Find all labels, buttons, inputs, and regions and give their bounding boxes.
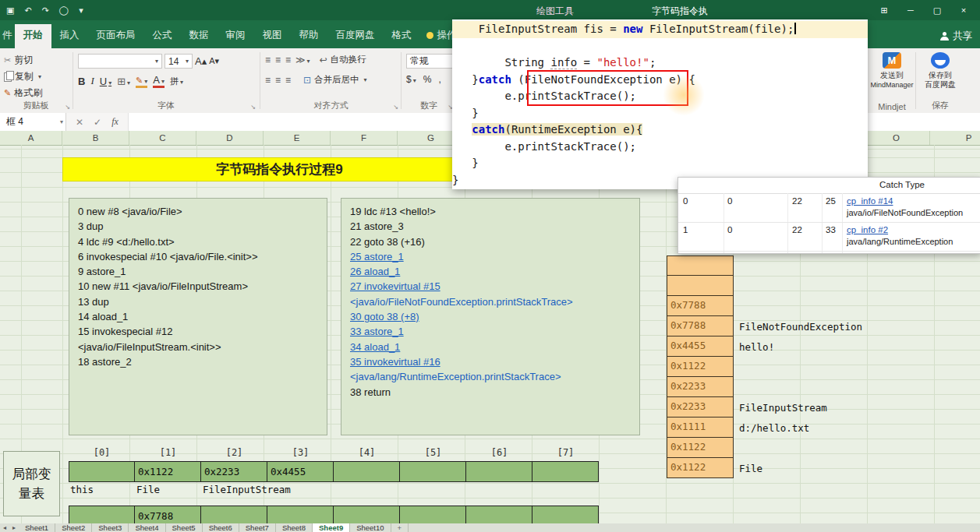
stack-cell: 0x7788 (667, 296, 734, 316)
sheet-tab-Sheet3[interactable]: Sheet3 (92, 523, 129, 532)
format-painter-button[interactable]: 格式刷 (4, 86, 72, 100)
sheet-tab-Sheet1[interactable]: Sheet1 (19, 523, 55, 532)
select-icon[interactable]: ◯ (59, 5, 69, 16)
redo-icon[interactable]: ↷ (42, 5, 49, 16)
percent-button[interactable]: % (423, 74, 432, 85)
column-header-B[interactable]: B (62, 131, 129, 145)
align-left-button[interactable]: ≡ (265, 75, 271, 86)
close-icon[interactable]: × (950, 5, 977, 15)
align-center-button[interactable]: ≡ (275, 75, 281, 86)
column-header-E[interactable]: E (264, 131, 331, 145)
alignment-dialog-launcher[interactable]: ↘ (393, 104, 398, 111)
ribbon-tab-页面布局[interactable]: 页面布局 (88, 24, 144, 48)
comma-button[interactable]: , (438, 74, 440, 85)
code-line: e.printStackTrace(); (452, 139, 868, 156)
number-group-label: 数字 (403, 100, 455, 111)
font-size-combo[interactable]: 14 (165, 54, 193, 69)
underline-button[interactable]: U (100, 76, 111, 87)
cut-button[interactable]: 剪切 (4, 54, 72, 67)
restore-icon[interactable]: ▢ (924, 5, 950, 16)
ribbon-tab-帮助[interactable]: 帮助 (291, 24, 327, 48)
shrink-font-button[interactable]: A▾ (209, 56, 219, 66)
copy-button[interactable]: 复制 (4, 70, 72, 83)
ribbon-tab-格式[interactable]: 格式 (384, 24, 420, 48)
grow-font-button[interactable]: A▴ (195, 55, 207, 67)
column-header-F[interactable]: F (331, 131, 398, 145)
ribbon-tab-公式[interactable]: 公式 (144, 24, 181, 48)
orientation-button[interactable]: ≫ (295, 55, 310, 65)
fill-color-button[interactable] (136, 74, 147, 88)
insert-function-button[interactable]: fx (111, 116, 119, 128)
ribbon-tab-审阅[interactable]: 审阅 (218, 24, 254, 48)
bytecode-line: 3 dup (78, 219, 318, 234)
bold-button[interactable]: B (78, 76, 85, 87)
column-header-P[interactable]: P (930, 131, 980, 145)
currency-button[interactable]: $ (406, 74, 416, 85)
stack-row: 0x7788FileNotFoundException (667, 316, 862, 336)
stack-row (667, 276, 862, 296)
clipboard-dialog-launcher[interactable]: ↘ (65, 104, 70, 111)
save-to-baidu-button[interactable]: 保存到 百度网盘 (917, 50, 964, 90)
customize-icon[interactable]: ▾ (79, 5, 83, 16)
merge-center-button[interactable]: 合并后居中 (303, 74, 367, 86)
borders-button[interactable] (117, 76, 130, 87)
column-header-O[interactable]: O (863, 131, 930, 145)
send-to-mindmanager-button[interactable]: M 发送到 MindManager (870, 50, 914, 90)
local-var-cell (334, 461, 400, 482)
share-button[interactable]: 共享 (940, 30, 972, 43)
sheet-tab-Sheet5[interactable]: Sheet5 (166, 523, 203, 532)
bytecode-line: 19 ldc #13 <hello!> (350, 204, 631, 219)
sheet-tab-Sheet2[interactable]: Sheet2 (55, 523, 92, 532)
ribbon-tab-视图[interactable]: 视图 (254, 24, 291, 48)
namebox-dropdown-icon[interactable]: ▾ (60, 118, 63, 125)
add-sheet-button[interactable]: + (391, 523, 409, 532)
phonetic-button[interactable]: 拼 (170, 76, 183, 87)
stack-cell (667, 276, 734, 296)
cp-info-link[interactable]: cp_info #14 (847, 196, 893, 206)
copy-icon (4, 72, 12, 82)
font-name-combo[interactable] (78, 54, 162, 69)
grid-icon[interactable]: ⊞ (871, 5, 897, 16)
ribbon-tab-插入[interactable]: 插入 (51, 24, 88, 48)
italic-button[interactable]: I (90, 75, 94, 87)
bytecode-line: <java/io/FileNotFoundException.printStac… (350, 294, 631, 309)
tab-file-partial[interactable]: 件 (0, 24, 15, 48)
font-color-button[interactable]: A (153, 74, 165, 88)
name-box[interactable]: 框 4▾ (0, 113, 66, 131)
align-middle-button[interactable]: ≡ (275, 55, 281, 65)
sheet-tab-Sheet7[interactable]: Sheet7 (239, 523, 276, 532)
align-top-button[interactable]: ≡ (265, 55, 271, 65)
ribbon-tab-数据[interactable]: 数据 (181, 24, 218, 48)
local-var-cell (466, 461, 532, 482)
cp-info-link[interactable]: cp_info #2 (847, 225, 888, 234)
sheet-scroll-right-icon[interactable]: ▸ (9, 523, 19, 532)
align-bottom-button[interactable]: ≡ (285, 55, 291, 65)
stack-cell: 0x4455 (667, 336, 734, 357)
ribbon-tab-百度网盘[interactable]: 百度网盘 (327, 24, 384, 48)
local-var-index: [4] (334, 447, 400, 458)
cancel-icon[interactable]: ✕ (76, 117, 83, 128)
sheet-tab-Sheet9[interactable]: Sheet9 (313, 523, 350, 532)
catch-type-header: Catch Type (879, 180, 925, 189)
sheet-tab-Sheet8[interactable]: Sheet8 (276, 523, 313, 532)
enter-icon[interactable]: ✓ (94, 117, 101, 128)
column-header-C[interactable]: C (129, 131, 196, 145)
ribbon-tab-开始[interactable]: 开始 (15, 24, 51, 48)
local-var-indices: [0][1][2][3][4][5][6][7] (69, 447, 599, 458)
sheet-scroll-left-icon[interactable]: ◂ (0, 523, 9, 532)
wrap-text-button[interactable]: ↩自动换行 (320, 54, 366, 65)
save-icon[interactable]: ▣ (6, 5, 14, 16)
minimize-icon[interactable]: ─ (897, 5, 924, 15)
local-var-type (532, 484, 599, 495)
align-right-button[interactable]: ≡ (285, 75, 291, 86)
sheet-tab-Sheet6[interactable]: Sheet6 (203, 523, 239, 532)
nr-cell: 1 (683, 225, 688, 234)
undo-icon[interactable]: ↶ (24, 5, 31, 16)
column-header-D[interactable]: D (196, 131, 264, 145)
column-header-A[interactable]: A (0, 131, 62, 145)
sheet-tab-Sheet10[interactable]: Sheet10 (350, 523, 391, 532)
local-var-cell (400, 461, 466, 482)
sheet-tab-Sheet4[interactable]: Sheet4 (129, 523, 165, 532)
font-dialog-launcher[interactable]: ↘ (250, 104, 256, 111)
bytecode-line: 30 goto 38 (+8) (350, 309, 631, 324)
